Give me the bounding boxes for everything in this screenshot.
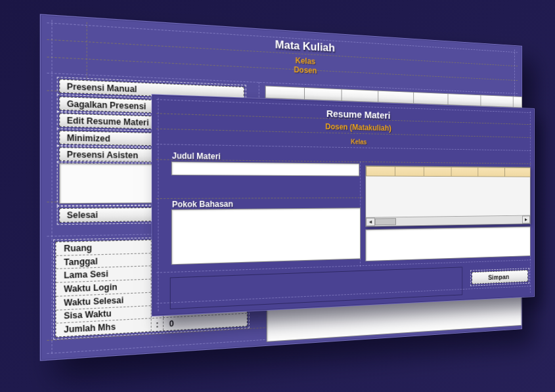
guide-line <box>156 198 362 199</box>
info-label: Tanggal <box>56 255 150 267</box>
grid-header-cell[interactable] <box>366 166 395 177</box>
info-label: Lama Sesi <box>56 268 150 281</box>
scroll-left-icon[interactable]: ◄ <box>366 218 375 227</box>
horizontal-scrollbar: ◄ ► <box>366 215 530 227</box>
grid-header-cell[interactable] <box>342 89 378 102</box>
pokok-bahasan-textarea[interactable] <box>171 207 361 265</box>
materi-detail-box[interactable] <box>365 227 530 261</box>
info-separator: : <box>151 318 164 332</box>
grid-header-cell[interactable] <box>481 95 514 107</box>
info-label: Waktu Login <box>56 281 150 295</box>
materi-grid: ◄ ► <box>365 165 530 227</box>
grid-header-cell[interactable] <box>395 166 424 177</box>
button-wrapper: Simpan <box>470 268 529 286</box>
pokok-bahasan-label: Pokok Bahasan <box>172 200 233 209</box>
judul-materi-input[interactable] <box>171 162 359 177</box>
grid-header-cell[interactable] <box>451 167 479 177</box>
grid-header-cell[interactable] <box>424 167 452 177</box>
materi-grid-body[interactable] <box>366 176 530 217</box>
scrollbar-track[interactable] <box>396 216 522 226</box>
judul-materi-label: Judul Materi <box>172 151 221 162</box>
info-label: Ruang <box>56 242 150 254</box>
grid-header-cell[interactable] <box>413 92 448 105</box>
scrollbar-thumb[interactable] <box>375 218 396 225</box>
window-resume-materi: Resume Materi Dosen (Matakuliah) Kelas J… <box>152 94 535 316</box>
grid-header-cell[interactable] <box>378 91 414 104</box>
scroll-right-icon[interactable]: ► <box>522 215 530 223</box>
tilted-scene: Mata Kuliah Kelas Dosen Presensi Manual <box>40 14 522 360</box>
grid-header-cell[interactable] <box>265 85 305 100</box>
grid-header-cell[interactable] <box>304 87 342 101</box>
grid-header-cell[interactable] <box>478 167 505 177</box>
materi-grid-header <box>366 166 530 177</box>
info-value: 0 <box>164 315 247 330</box>
simpan-button[interactable]: Simpan <box>472 270 527 284</box>
info-label: Jumlah Mhs <box>56 320 150 336</box>
desktop-background: Mata Kuliah Kelas Dosen Presensi Manual <box>0 0 555 392</box>
grid-header-cell[interactable] <box>447 93 481 106</box>
grid-header-cell[interactable] <box>504 167 531 177</box>
guide-line <box>158 98 158 311</box>
grid-header-cell[interactable] <box>513 96 522 108</box>
guide-line <box>51 20 52 353</box>
